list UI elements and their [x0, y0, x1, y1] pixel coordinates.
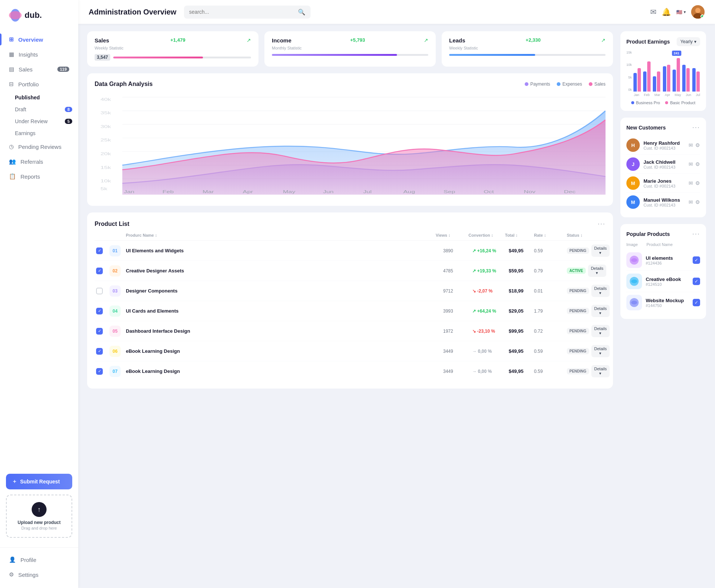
business-pro-dot: [631, 101, 634, 104]
stat-card-income: Income +5,793 ↗ Monthly Statistic: [264, 31, 436, 67]
sidebar-item-portfolio[interactable]: ⊟ Portfolio: [0, 77, 78, 92]
details-button[interactable]: Details ▾: [591, 305, 610, 317]
new-customers-card: New Customers ··· H Henry Rashford Cust.…: [620, 118, 706, 217]
sidebar-item-insights[interactable]: ▦ Insights: [0, 47, 78, 62]
sidebar-item-published[interactable]: Published: [15, 92, 78, 103]
sidebar-item-under-review[interactable]: Under Review 5: [15, 115, 78, 127]
customers-more-button[interactable]: ···: [692, 124, 700, 131]
product-table-body: ✓ 01 UI Elements and Widgets 3890 ↗ +16,…: [95, 241, 606, 381]
row-checkbox[interactable]: ✓: [96, 247, 103, 254]
customer-settings-icon[interactable]: ⚙: [695, 161, 700, 167]
row-rate: 0.59: [534, 369, 564, 374]
details-button[interactable]: Details ▾: [588, 265, 607, 277]
col-name[interactable]: Produrc Name ↕: [126, 233, 433, 237]
row-conversion: → 0,00 %: [472, 349, 506, 354]
details-button[interactable]: Details ▾: [591, 325, 610, 337]
svg-text:May: May: [283, 190, 296, 194]
expenses-dot: [557, 82, 560, 86]
popular-product-info: Creative eBook #124510: [646, 277, 689, 287]
sidebar-item-referrals[interactable]: 👥 Referrals: [0, 154, 78, 169]
row-checkbox[interactable]: ✓: [96, 348, 103, 355]
row-number: 03: [109, 285, 121, 297]
messages-icon[interactable]: ✉: [650, 7, 657, 16]
col-total[interactable]: Total ↕: [505, 233, 531, 237]
col-conv[interactable]: Convertion ↕: [468, 233, 502, 237]
svg-text:40k: 40k: [101, 97, 111, 102]
details-button[interactable]: Details ▾: [591, 365, 610, 377]
row-total: $18,99: [509, 288, 531, 294]
sidebar-item-earnings[interactable]: Earnings: [15, 127, 78, 139]
row-rate: 0.59: [534, 349, 564, 354]
product-list-header: Product List ···: [95, 220, 606, 228]
sidebar-item-pending-reviews[interactable]: ◷ Pending Reviews: [0, 139, 78, 154]
customer-name: Jack Chidwell: [644, 159, 685, 165]
customer-item: M Manuel Wilkons Cust. ID #002143 ✉ ⚙: [626, 193, 700, 211]
popular-check-icon: ✓: [693, 299, 700, 306]
sidebar-item-overview[interactable]: ⊞ Overview: [0, 32, 78, 47]
row-checkbox[interactable]: [96, 288, 103, 294]
sidebar-item-profile[interactable]: 👤 Profile: [0, 552, 78, 567]
popular-product-image: [626, 274, 642, 289]
sidebar-item-reports[interactable]: 📋 Reports: [0, 169, 78, 184]
row-conversion: ↘ -23,10 %: [472, 329, 506, 334]
language-selector[interactable]: 🇺🇸 ▾: [676, 9, 686, 15]
chevron-down-icon: ▾: [684, 10, 686, 15]
earnings-legend: Business Pro Basic Product: [626, 100, 700, 105]
details-button[interactable]: Details ▾: [591, 285, 610, 297]
blue-bar: [682, 65, 686, 92]
sidebar-item-settings[interactable]: ⚙ Settings: [0, 567, 78, 582]
customer-id: Cust. ID #002143: [644, 203, 685, 207]
customer-avatar: H: [626, 138, 640, 152]
customer-message-icon[interactable]: ✉: [689, 161, 693, 167]
legend-expenses: Expenses: [557, 82, 582, 87]
chart-header: Data Graph Analysis Payments Expenses Sa…: [95, 81, 606, 87]
search-bar[interactable]: 🔍: [184, 6, 311, 19]
income-bar-fill: [272, 54, 397, 56]
customer-id: Cust. ID #002143: [644, 165, 685, 169]
notifications-icon[interactable]: 🔔: [662, 7, 671, 16]
customer-message-icon[interactable]: ✉: [689, 199, 693, 205]
table-row: ✓ 06 eBook Learning Design 3449 → 0,00 %…: [95, 341, 606, 361]
product-list-more-button[interactable]: ···: [598, 220, 606, 228]
avatar[interactable]: [691, 5, 705, 19]
customer-message-icon[interactable]: ✉: [689, 180, 693, 186]
svg-text:30k: 30k: [101, 124, 111, 129]
row-conversion: → 0,00 %: [472, 369, 506, 374]
sidebar: dub. ⊞ Overview ▦ Insights ▤ Sales 119 ⊟…: [0, 0, 78, 588]
customer-settings-icon[interactable]: ⚙: [695, 180, 700, 186]
submit-request-button[interactable]: ＋ Submit Request: [6, 474, 72, 489]
row-checkbox[interactable]: ✓: [96, 328, 103, 335]
col-status[interactable]: Status ↕: [567, 233, 604, 237]
main-content: Administration Overview 🔍 ✉ 🔔 🇺🇸 ▾: [78, 0, 715, 588]
col-views[interactable]: Views ↕: [436, 233, 465, 237]
row-checkbox[interactable]: ✓: [96, 368, 103, 375]
details-button[interactable]: Details ▾: [591, 345, 610, 357]
popular-product-id: #124510: [646, 282, 689, 287]
pink-bar: [696, 71, 700, 92]
topbar: Administration Overview 🔍 ✉ 🔔 🇺🇸 ▾: [78, 0, 715, 24]
table-row: 03 Designer Components 9712 ↘ -2,07 % $1…: [95, 281, 606, 301]
bar-group: [643, 61, 651, 92]
col-rate[interactable]: Rate ↕: [534, 233, 564, 237]
flag-icon: 🇺🇸: [676, 9, 682, 15]
table-row: ✓ 07 eBook Learning Design 3449 → 0,00 %…: [95, 361, 606, 381]
popular-more-button[interactable]: ···: [692, 230, 700, 238]
customer-message-icon[interactable]: ✉: [689, 142, 693, 148]
customer-actions: ✉ ⚙: [689, 180, 700, 186]
sidebar-item-draft[interactable]: Draft 8: [15, 103, 78, 115]
sales-trend-icon: ↗: [247, 37, 251, 43]
row-checkbox[interactable]: ✓: [96, 308, 103, 314]
sidebar-item-sales[interactable]: ▤ Sales 119: [0, 62, 78, 77]
portfolio-submenu: Published Draft 8 Under Review 5 Earning…: [0, 92, 78, 139]
svg-point-3: [695, 8, 700, 13]
customer-info: Manuel Wilkons Cust. ID #002143: [644, 197, 685, 207]
search-input[interactable]: [189, 9, 295, 15]
row-checkbox[interactable]: ✓: [96, 268, 103, 274]
blue-bar: [663, 66, 666, 92]
customer-settings-icon[interactable]: ⚙: [695, 199, 700, 205]
customer-settings-icon[interactable]: ⚙: [695, 142, 700, 148]
details-button[interactable]: Details ▾: [591, 245, 610, 257]
draft-badge: 8: [65, 107, 72, 112]
yearly-button[interactable]: Yearly ▾: [677, 37, 700, 46]
upload-box[interactable]: ↑ Upload new product Drag and drop here: [6, 495, 72, 538]
